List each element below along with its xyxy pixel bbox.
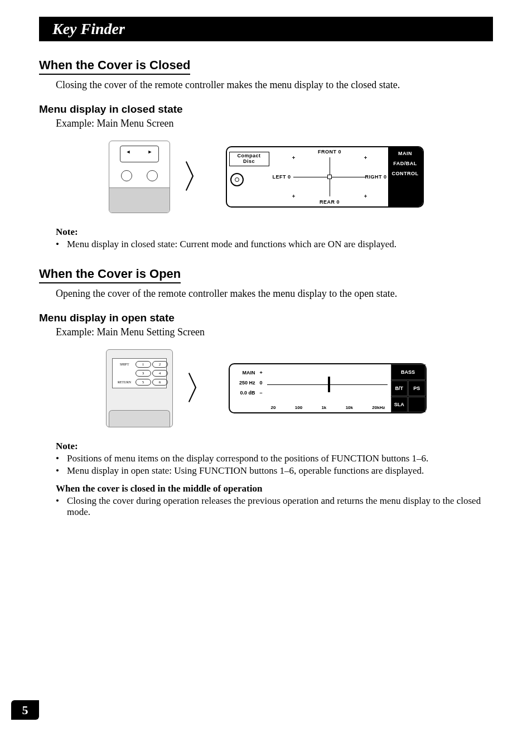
- subheading-closed-state: Menu display in closed state: [39, 103, 493, 115]
- example-open: Example: Main Menu Setting Screen: [56, 326, 493, 338]
- func-button-5: 5: [136, 379, 151, 386]
- front-label: FRONT 0: [318, 149, 341, 155]
- bullet-icon: •: [56, 239, 67, 250]
- zero-symbol: 0: [260, 380, 263, 386]
- figure-row-closed: ◄► 〉 Compact Disc: [39, 141, 493, 213]
- fadbal-label: FAD/BAL: [390, 161, 420, 166]
- bullet-icon: •: [56, 453, 67, 464]
- function-button-grid: SHIFT 1 2 3 4 RETURN 5 6: [112, 358, 167, 388]
- heading-cover-open: When the Cover is Open: [39, 267, 181, 283]
- main-label: MAIN: [390, 151, 420, 156]
- section-title-bar: Key Finder: [39, 17, 493, 41]
- bt-label: B/T: [391, 381, 408, 396]
- bullet-open-1: • Positions of menu items on the display…: [56, 453, 493, 464]
- return-label: RETURN: [115, 379, 134, 386]
- bullet-closed: • Menu display in closed state: Current …: [56, 239, 493, 250]
- empty-cell: [408, 397, 425, 412]
- fader-balance-crosshair: FRONT 0 REAR 0 LEFT 0 RIGHT 0: [272, 147, 388, 206]
- bullet-text: Menu display in open state: Using FUNCTI…: [67, 465, 424, 476]
- left-label: LEFT 0: [273, 174, 291, 180]
- remote-open-illustration: SHIFT 1 2 3 4 RETURN 5 6: [106, 349, 173, 427]
- subheading-open-state: Menu display in open state: [39, 312, 493, 324]
- bullet-text: Positions of menu items on the display c…: [67, 453, 428, 464]
- desc-cover-open: Opening the cover of the remote controll…: [56, 288, 493, 300]
- gain-label: 0.0 dB: [233, 390, 255, 396]
- heading-cover-closed: When the Cover is Closed: [39, 58, 190, 75]
- bullet-text: Closing the cover during operation relea…: [67, 495, 493, 518]
- freq-label: 250 Hz: [233, 380, 255, 386]
- func-button-4: 4: [152, 370, 168, 377]
- remote-cover: [109, 187, 170, 213]
- section-title: Key Finder: [52, 20, 125, 37]
- subhead-middle-op: When the cover is closed in the middle o…: [56, 483, 493, 494]
- remote-buttons: [109, 170, 170, 181]
- bullet-text: Menu display in closed state: Current mo…: [67, 239, 396, 250]
- bass-label: BASS: [391, 364, 425, 380]
- remote-closed-illustration: ◄►: [109, 141, 170, 213]
- func-button-1: 1: [136, 361, 151, 368]
- arrow-icon: 〉: [181, 155, 215, 200]
- source-label: Compact Disc: [229, 152, 269, 166]
- plus-symbol: +: [260, 370, 263, 375]
- menu-display-closed: Compact Disc FRONT 0 REAR 0 LEFT 0 RIGH: [226, 146, 424, 208]
- note-label: Note:: [56, 227, 493, 238]
- ps-label: PS: [408, 381, 425, 396]
- bullet-icon: •: [56, 495, 67, 518]
- freq-axis: 20 100 1k 10k 20kHz: [271, 405, 385, 410]
- arrow-icon: 〉: [184, 366, 217, 411]
- right-label: RIGHT 0: [365, 174, 386, 180]
- func-button-6: 6: [152, 379, 168, 386]
- func-button-2: 2: [152, 361, 168, 368]
- bullet-open-3: • Closing the cover during operation rel…: [56, 495, 493, 518]
- eq-side-menu: BASS B/T PS SLA: [391, 364, 425, 412]
- note-label: Note:: [56, 441, 493, 452]
- bullet-open-2: • Menu display in open state: Using FUNC…: [56, 465, 493, 476]
- page-number: 5: [11, 700, 39, 720]
- menu-display-open: MAIN + 250 Hz 0 0.0 dB – 20 100 1k 10k 2…: [229, 363, 427, 413]
- control-label: CONTROL: [390, 171, 420, 176]
- example-closed: Example: Main Menu Screen: [56, 118, 493, 129]
- cd-icon: [230, 173, 244, 186]
- rear-label: REAR 0: [320, 199, 340, 205]
- figure-row-open: SHIFT 1 2 3 4 RETURN 5 6 〉 MAIN + 250 Hz…: [39, 349, 493, 427]
- note-block-closed: Note:: [56, 227, 493, 238]
- shift-label: SHIFT: [115, 361, 134, 368]
- display-source-panel: Compact Disc: [227, 147, 272, 206]
- remote-body: [109, 410, 170, 427]
- remote-arrows: ◄►: [126, 149, 153, 155]
- eq-line: [267, 384, 388, 385]
- sla-label: SLA: [391, 397, 408, 412]
- func-button-3: 3: [136, 370, 151, 377]
- note-block-open: Note:: [56, 441, 493, 452]
- desc-cover-closed: Closing the cover of the remote controll…: [56, 79, 493, 91]
- minus-symbol: –: [260, 390, 263, 396]
- eq-bar: [328, 377, 330, 392]
- eq-display: MAIN + 250 Hz 0 0.0 dB – 20 100 1k 10k 2…: [230, 364, 391, 412]
- display-side-menu: MAIN FAD/BAL CONTROL: [388, 147, 423, 206]
- main-label: MAIN: [233, 370, 255, 375]
- bullet-icon: •: [56, 465, 67, 476]
